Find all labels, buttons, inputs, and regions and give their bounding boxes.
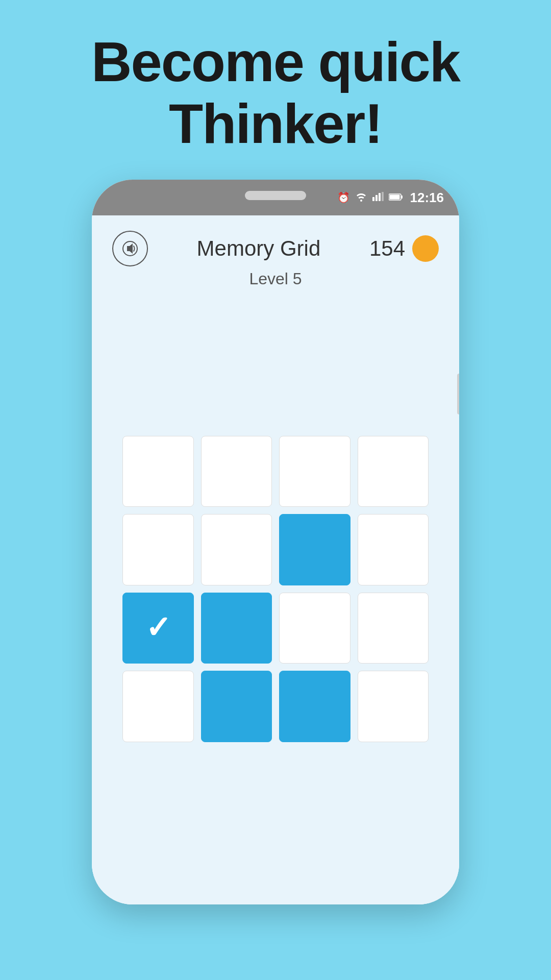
grid-cell[interactable]: ✓ xyxy=(122,593,194,664)
checkmark-icon: ✓ xyxy=(145,612,171,643)
grid-cell[interactable] xyxy=(201,671,272,742)
grid-cell[interactable] xyxy=(122,514,194,585)
grid-cell[interactable] xyxy=(279,593,350,664)
svg-point-0 xyxy=(360,200,362,202)
battery-icon xyxy=(389,192,403,204)
promo-title-line1: Become quick xyxy=(91,31,460,92)
app-header: Memory Grid 154 Level 5 xyxy=(92,215,459,293)
phone-frame: ⏰ xyxy=(92,180,459,904)
phone-speaker xyxy=(245,191,306,200)
grid-cell[interactable] xyxy=(122,436,194,507)
svg-rect-3 xyxy=(379,193,381,201)
grid-cell[interactable] xyxy=(279,514,350,585)
sound-icon xyxy=(121,239,139,258)
level-label: Level 5 xyxy=(249,270,302,288)
grid-cell[interactable] xyxy=(201,593,272,664)
alarm-icon: ⏰ xyxy=(337,191,350,204)
grid-cell[interactable] xyxy=(279,436,350,507)
score-coin xyxy=(412,235,439,262)
grid-container: ✓ xyxy=(92,293,459,904)
svg-rect-7 xyxy=(401,195,403,199)
game-grid: ✓ xyxy=(122,436,429,742)
grid-cell[interactable] xyxy=(122,671,194,742)
svg-marker-9 xyxy=(127,243,133,254)
svg-rect-6 xyxy=(389,194,399,199)
app-content: Memory Grid 154 Level 5 ✓ xyxy=(92,215,459,904)
app-title: Memory Grid xyxy=(197,236,321,261)
promo-title: Become quick Thinker! xyxy=(91,31,460,154)
grid-cell[interactable] xyxy=(358,436,429,507)
grid-cell[interactable] xyxy=(279,671,350,742)
status-icons: ⏰ xyxy=(337,191,403,204)
wifi-icon xyxy=(355,191,367,204)
phone-side-button xyxy=(457,374,459,414)
grid-cell[interactable] xyxy=(358,671,429,742)
svg-rect-1 xyxy=(372,197,374,201)
status-time: 12:16 xyxy=(410,190,444,206)
svg-rect-4 xyxy=(382,192,384,201)
promo-title-line2: Thinker! xyxy=(91,92,460,154)
score-value: 154 xyxy=(369,236,405,261)
grid-cell[interactable] xyxy=(358,514,429,585)
header-row: Memory Grid 154 xyxy=(112,231,439,266)
grid-cell[interactable] xyxy=(358,593,429,664)
grid-cell[interactable] xyxy=(201,436,272,507)
sound-button[interactable] xyxy=(112,231,148,266)
svg-rect-2 xyxy=(375,195,378,201)
score-area: 154 xyxy=(369,235,439,262)
signal-icon xyxy=(372,192,384,204)
grid-cell[interactable] xyxy=(201,514,272,585)
